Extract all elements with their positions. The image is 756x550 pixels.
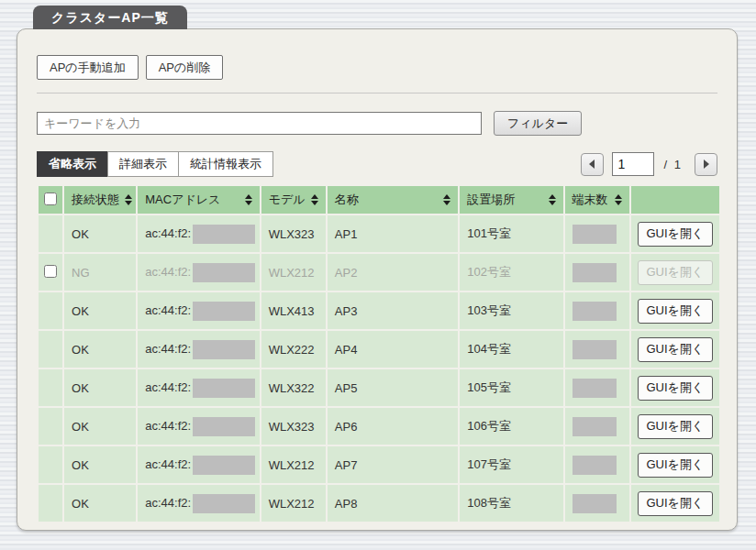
delete-ap-button[interactable]: APの削除 <box>146 55 224 80</box>
status-cell: OK <box>64 331 136 368</box>
client-count-cell <box>565 485 629 522</box>
client-count-redaction-box <box>573 302 617 321</box>
client-count-cell <box>565 215 629 252</box>
name-cell: AP8 <box>328 485 458 522</box>
tab-statistics-view[interactable]: 統計情報表示 <box>178 151 273 177</box>
column-header-clients[interactable]: 端末数 <box>565 186 629 214</box>
mac-prefix: ac:44:f2: <box>145 264 191 278</box>
mac-prefix: ac:44:f2: <box>145 418 191 432</box>
mac-prefix: ac:44:f2: <box>145 495 191 509</box>
row-select-cell <box>39 215 62 252</box>
mac-prefix: ac:44:f2: <box>145 302 191 316</box>
location-cell: 106号室 <box>460 408 562 445</box>
table-row: OKac:44:f2:WLX222AP4104号室GUIを開く <box>39 331 719 368</box>
table-row: OKac:44:f2:WLX212AP7107号室GUIを開く <box>39 446 719 483</box>
status-cell: OK <box>64 369 136 406</box>
prev-page-button[interactable] <box>581 153 604 176</box>
location-cell: 105号室 <box>460 369 562 406</box>
next-page-button[interactable] <box>695 153 717 176</box>
keyword-input[interactable] <box>37 112 482 135</box>
table-row: OKac:44:f2:WLX323AP1101号室GUIを開く <box>39 215 719 252</box>
page-number-input[interactable] <box>612 152 654 176</box>
mac-redaction-box <box>193 456 255 475</box>
table-header-row: 接続状態 MACアドレス モデル 名称 設置場所 <box>39 186 719 214</box>
location-cell: 102号室 <box>460 254 562 291</box>
action-cell: GUIを開く <box>631 331 719 368</box>
name-cell: AP4 <box>328 331 458 368</box>
row-select-cell <box>39 408 62 445</box>
mac-address-cell: ac:44:f2: <box>138 485 259 522</box>
mac-prefix: ac:44:f2: <box>145 380 191 393</box>
model-cell: WLX212 <box>261 446 326 483</box>
row-select-cell <box>39 331 62 368</box>
action-cell: GUIを開く <box>631 408 719 445</box>
mac-address-cell: ac:44:f2: <box>138 331 259 368</box>
open-gui-button[interactable]: GUIを開く <box>638 414 713 439</box>
status-cell: OK <box>64 485 136 522</box>
action-cell: GUIを開く <box>631 292 719 329</box>
location-cell: 101号室 <box>460 215 562 252</box>
name-cell: AP6 <box>328 408 458 445</box>
column-header-model[interactable]: モデル <box>261 186 326 214</box>
view-row: 省略表示 詳細表示 統計情報表示 / 1 <box>37 151 717 177</box>
mac-address-cell: ac:44:f2: <box>138 215 259 252</box>
client-count-cell <box>565 254 629 291</box>
mac-prefix: ac:44:f2: <box>145 456 191 470</box>
row-select-checkbox[interactable] <box>44 265 57 278</box>
mac-redaction-box <box>193 494 255 513</box>
sort-icon[interactable] <box>438 194 450 205</box>
table-row: OKac:44:f2:WLX323AP6106号室GUIを開く <box>39 408 719 445</box>
client-count-redaction-box <box>573 340 617 359</box>
mac-redaction-box <box>193 302 255 321</box>
sort-icon[interactable] <box>119 194 132 205</box>
open-gui-button[interactable]: GUIを開く <box>638 222 713 247</box>
action-cell: GUIを開く <box>631 485 719 522</box>
open-gui-button: GUIを開く <box>638 260 713 285</box>
location-cell: 103号室 <box>460 292 562 329</box>
add-ap-button[interactable]: APの手動追加 <box>37 55 139 80</box>
tab-detail-view[interactable]: 詳細表示 <box>107 151 179 177</box>
client-count-cell <box>565 292 629 329</box>
filter-row: フィルター <box>37 111 717 136</box>
row-select-cell <box>39 292 62 329</box>
mac-redaction-box <box>193 417 255 436</box>
open-gui-button[interactable]: GUIを開く <box>638 376 713 401</box>
row-select-cell <box>39 254 62 291</box>
model-cell: WLX212 <box>261 485 326 522</box>
column-header-mac[interactable]: MACアドレス <box>138 186 259 214</box>
open-gui-button[interactable]: GUIを開く <box>638 337 713 362</box>
select-all-checkbox[interactable] <box>44 192 57 205</box>
name-cell: AP3 <box>328 292 458 329</box>
sort-icon[interactable] <box>543 194 556 205</box>
client-count-redaction-box <box>573 417 617 436</box>
filter-button[interactable]: フィルター <box>494 111 582 136</box>
open-gui-button[interactable]: GUIを開く <box>638 491 713 516</box>
sort-icon[interactable] <box>609 194 622 205</box>
open-gui-button[interactable]: GUIを開く <box>638 299 713 324</box>
mac-redaction-box <box>193 340 255 359</box>
status-cell: OK <box>64 408 136 445</box>
mac-address-cell: ac:44:f2: <box>138 254 259 291</box>
client-count-redaction-box <box>573 379 617 398</box>
page-title: クラスターAP一覧 <box>33 6 187 29</box>
mac-redaction-box <box>193 379 255 398</box>
table-row: OKac:44:f2:WLX413AP3103号室GUIを開く <box>39 292 719 329</box>
toolbar: APの手動追加 APの削除 <box>37 55 717 80</box>
model-cell: WLX413 <box>261 292 326 329</box>
column-header-status[interactable]: 接続状態 <box>64 186 136 214</box>
column-header-name[interactable]: 名称 <box>328 186 458 214</box>
open-gui-button[interactable]: GUIを開く <box>638 453 713 478</box>
sort-icon[interactable] <box>306 194 318 205</box>
table-row: OKac:44:f2:WLX322AP5105号室GUIを開く <box>39 369 719 406</box>
tab-summary-view[interactable]: 省略表示 <box>37 151 108 177</box>
sort-icon[interactable] <box>239 194 252 205</box>
prev-page-icon <box>589 160 595 169</box>
toolbar-divider <box>37 93 717 94</box>
client-count-cell <box>565 446 629 483</box>
status-cell: NG <box>64 254 136 291</box>
name-cell: AP7 <box>328 446 458 483</box>
row-select-cell <box>39 369 62 406</box>
status-cell: OK <box>64 446 136 483</box>
column-header-location[interactable]: 設置場所 <box>460 186 562 214</box>
client-count-cell <box>565 408 629 445</box>
